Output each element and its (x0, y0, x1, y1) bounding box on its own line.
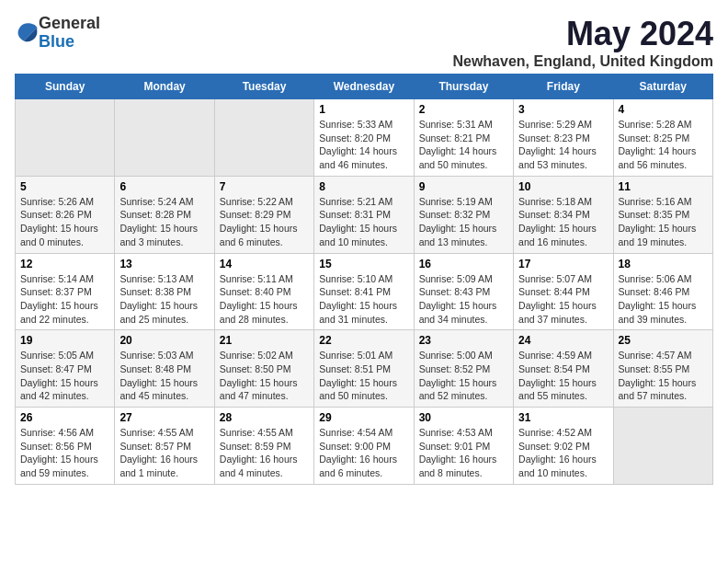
day-info: Sunrise: 4:52 AM Sunset: 9:02 PM Dayligh… (518, 426, 608, 480)
header-saturday: Saturday (613, 75, 712, 99)
day-number: 30 (419, 411, 508, 424)
calendar-week-2: 5Sunrise: 5:26 AM Sunset: 8:26 PM Daylig… (16, 176, 713, 253)
day-info: Sunrise: 4:54 AM Sunset: 9:00 PM Dayligh… (319, 426, 408, 480)
day-number: 14 (220, 258, 309, 270)
calendar-cell: 7Sunrise: 5:22 AM Sunset: 8:29 PM Daylig… (214, 176, 313, 253)
header-sunday: Sunday (16, 75, 115, 99)
day-number: 8 (319, 180, 408, 193)
day-info: Sunrise: 4:59 AM Sunset: 8:54 PM Dayligh… (518, 349, 608, 403)
day-info: Sunrise: 5:28 AM Sunset: 8:25 PM Dayligh… (619, 118, 708, 172)
header-row: Sunday Monday Tuesday Wednesday Thursday… (16, 75, 713, 99)
day-number: 19 (20, 334, 109, 347)
day-info: Sunrise: 5:10 AM Sunset: 8:41 PM Dayligh… (319, 272, 408, 327)
day-info: Sunrise: 5:19 AM Sunset: 8:32 PM Dayligh… (419, 195, 508, 249)
header-wednesday: Wednesday (314, 75, 414, 99)
calendar-cell: 6Sunrise: 5:24 AM Sunset: 8:28 PM Daylig… (115, 176, 214, 253)
day-number: 3 (518, 103, 608, 116)
calendar-cell: 19Sunrise: 5:05 AM Sunset: 8:47 PM Dayli… (16, 330, 115, 408)
day-info: Sunrise: 5:07 AM Sunset: 8:44 PM Dayligh… (518, 272, 608, 327)
calendar-cell: 31Sunrise: 4:52 AM Sunset: 9:02 PM Dayli… (514, 408, 613, 485)
calendar-week-1: 1Sunrise: 5:33 AM Sunset: 8:20 PM Daylig… (16, 99, 713, 177)
calendar-table: Sunday Monday Tuesday Wednesday Thursday… (15, 74, 713, 485)
main-title: May 2024 (452, 15, 713, 53)
calendar-cell: 9Sunrise: 5:19 AM Sunset: 8:32 PM Daylig… (414, 176, 513, 253)
day-number: 21 (220, 334, 309, 347)
calendar-cell (214, 99, 313, 177)
calendar-cell: 28Sunrise: 4:55 AM Sunset: 8:59 PM Dayli… (214, 408, 313, 485)
calendar-cell: 22Sunrise: 5:01 AM Sunset: 8:51 PM Dayli… (314, 330, 414, 408)
calendar-cell: 23Sunrise: 5:00 AM Sunset: 8:52 PM Dayli… (414, 330, 513, 408)
calendar-cell: 3Sunrise: 5:29 AM Sunset: 8:23 PM Daylig… (514, 99, 613, 177)
day-info: Sunrise: 5:18 AM Sunset: 8:34 PM Dayligh… (518, 195, 608, 249)
calendar-cell (115, 99, 214, 177)
day-info: Sunrise: 5:14 AM Sunset: 8:37 PM Dayligh… (20, 272, 109, 327)
day-info: Sunrise: 5:24 AM Sunset: 8:28 PM Dayligh… (119, 195, 209, 249)
day-number: 22 (319, 334, 408, 347)
logo: General Blue (15, 15, 100, 52)
logo-general-text: General (39, 14, 100, 32)
day-number: 17 (518, 258, 608, 270)
calendar-cell: 8Sunrise: 5:21 AM Sunset: 8:31 PM Daylig… (314, 176, 414, 253)
calendar-cell: 25Sunrise: 4:57 AM Sunset: 8:55 PM Dayli… (613, 330, 712, 408)
day-number: 28 (220, 411, 309, 424)
calendar-cell (16, 99, 115, 177)
day-info: Sunrise: 5:16 AM Sunset: 8:35 PM Dayligh… (619, 195, 708, 249)
header-friday: Friday (514, 75, 613, 99)
calendar-cell: 21Sunrise: 5:02 AM Sunset: 8:50 PM Dayli… (214, 330, 313, 408)
calendar-cell: 16Sunrise: 5:09 AM Sunset: 8:43 PM Dayli… (414, 253, 513, 330)
day-number: 10 (518, 180, 608, 193)
day-info: Sunrise: 5:33 AM Sunset: 8:20 PM Dayligh… (319, 118, 408, 172)
day-info: Sunrise: 5:09 AM Sunset: 8:43 PM Dayligh… (419, 272, 508, 327)
day-number: 7 (220, 180, 309, 193)
calendar-cell: 24Sunrise: 4:59 AM Sunset: 8:54 PM Dayli… (514, 330, 613, 408)
day-info: Sunrise: 5:22 AM Sunset: 8:29 PM Dayligh… (220, 195, 309, 249)
day-info: Sunrise: 4:55 AM Sunset: 8:57 PM Dayligh… (119, 426, 209, 480)
calendar-cell: 1Sunrise: 5:33 AM Sunset: 8:20 PM Daylig… (314, 99, 414, 177)
day-info: Sunrise: 5:26 AM Sunset: 8:26 PM Dayligh… (20, 195, 109, 249)
title-block: May 2024 Newhaven, England, United Kingd… (452, 15, 713, 70)
calendar-week-5: 26Sunrise: 4:56 AM Sunset: 8:56 PM Dayli… (16, 408, 713, 485)
day-number: 6 (119, 180, 209, 193)
logo-blue-text: Blue (39, 32, 74, 51)
day-number: 25 (619, 334, 708, 347)
day-number: 4 (619, 103, 708, 116)
day-number: 26 (20, 411, 109, 424)
day-info: Sunrise: 5:11 AM Sunset: 8:40 PM Dayligh… (220, 272, 309, 327)
calendar-cell: 14Sunrise: 5:11 AM Sunset: 8:40 PM Dayli… (214, 253, 313, 330)
calendar-header: Sunday Monday Tuesday Wednesday Thursday… (16, 75, 713, 99)
day-number: 18 (619, 258, 708, 270)
day-number: 20 (119, 334, 209, 347)
calendar-cell: 13Sunrise: 5:13 AM Sunset: 8:38 PM Dayli… (115, 253, 214, 330)
calendar-cell: 30Sunrise: 4:53 AM Sunset: 9:01 PM Dayli… (414, 408, 513, 485)
calendar-cell: 10Sunrise: 5:18 AM Sunset: 8:34 PM Dayli… (514, 176, 613, 253)
day-info: Sunrise: 5:13 AM Sunset: 8:38 PM Dayligh… (119, 272, 209, 327)
calendar-cell: 15Sunrise: 5:10 AM Sunset: 8:41 PM Dayli… (314, 253, 414, 330)
calendar-cell: 27Sunrise: 4:55 AM Sunset: 8:57 PM Dayli… (115, 408, 214, 485)
logo-icon (17, 20, 39, 42)
calendar-cell: 12Sunrise: 5:14 AM Sunset: 8:37 PM Dayli… (16, 253, 115, 330)
calendar-cell: 26Sunrise: 4:56 AM Sunset: 8:56 PM Dayli… (16, 408, 115, 485)
calendar-week-4: 19Sunrise: 5:05 AM Sunset: 8:47 PM Dayli… (16, 330, 713, 408)
page-header: General Blue May 2024 Newhaven, England,… (15, 15, 713, 70)
header-thursday: Thursday (414, 75, 513, 99)
calendar-cell: 17Sunrise: 5:07 AM Sunset: 8:44 PM Dayli… (514, 253, 613, 330)
calendar-cell: 2Sunrise: 5:31 AM Sunset: 8:21 PM Daylig… (414, 99, 513, 177)
day-info: Sunrise: 5:01 AM Sunset: 8:51 PM Dayligh… (319, 349, 408, 403)
calendar-body: 1Sunrise: 5:33 AM Sunset: 8:20 PM Daylig… (16, 99, 713, 485)
day-number: 13 (119, 258, 209, 270)
day-number: 27 (119, 411, 209, 424)
header-tuesday: Tuesday (214, 75, 313, 99)
day-info: Sunrise: 5:31 AM Sunset: 8:21 PM Dayligh… (419, 118, 508, 172)
day-info: Sunrise: 4:53 AM Sunset: 9:01 PM Dayligh… (419, 426, 508, 480)
calendar-week-3: 12Sunrise: 5:14 AM Sunset: 8:37 PM Dayli… (16, 253, 713, 330)
calendar-cell: 29Sunrise: 4:54 AM Sunset: 9:00 PM Dayli… (314, 408, 414, 485)
header-monday: Monday (115, 75, 214, 99)
day-info: Sunrise: 5:05 AM Sunset: 8:47 PM Dayligh… (20, 349, 109, 403)
day-info: Sunrise: 5:06 AM Sunset: 8:46 PM Dayligh… (619, 272, 708, 327)
day-info: Sunrise: 4:56 AM Sunset: 8:56 PM Dayligh… (20, 426, 109, 480)
day-info: Sunrise: 4:55 AM Sunset: 8:59 PM Dayligh… (220, 426, 309, 480)
day-number: 5 (20, 180, 109, 193)
day-number: 2 (419, 103, 508, 116)
day-number: 29 (319, 411, 408, 424)
day-number: 9 (419, 180, 508, 193)
